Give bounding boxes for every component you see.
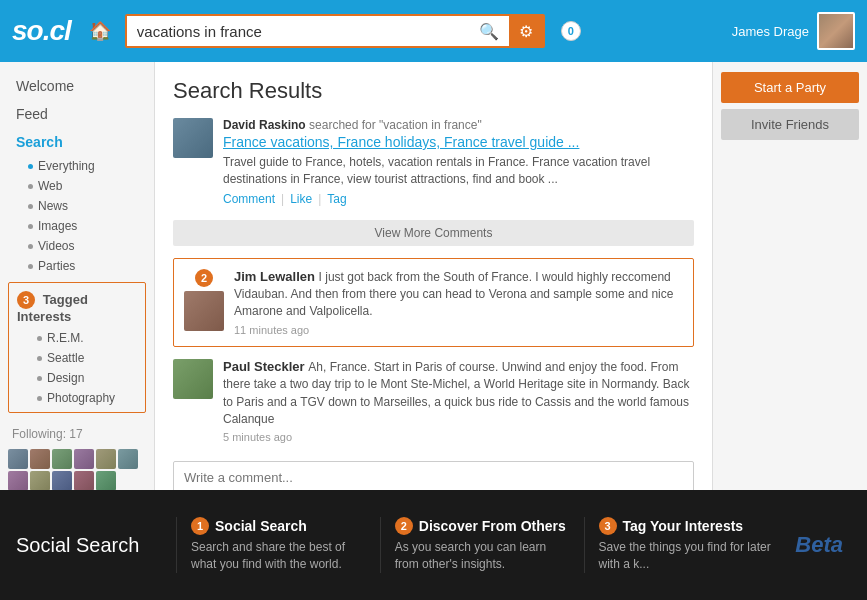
main-layout: Welcome Feed Search Everything Web News …	[0, 62, 867, 490]
sidebar-item-photography[interactable]: Photography	[9, 388, 145, 408]
follower-avatar	[96, 471, 116, 490]
plain-comment-card: Paul Steckler Ah, France. Start in Paris…	[173, 359, 694, 444]
follower-avatar	[52, 471, 72, 490]
bottom-item-2: 2 Discover From Others As you search you…	[380, 517, 584, 573]
result-username: David Raskino	[223, 118, 306, 132]
comment-user-avatar	[184, 291, 224, 331]
search-bar: 🔍 ⚙	[125, 14, 545, 48]
sidebar: Welcome Feed Search Everything Web News …	[0, 62, 155, 490]
dot-icon	[37, 396, 42, 401]
action-separator: |	[281, 192, 284, 206]
search-options-button[interactable]: ⚙	[509, 16, 543, 46]
tagged-interests-title: 3 Tagged Interests	[9, 287, 145, 328]
content-area: Search Results David Raskino searched fo…	[155, 62, 712, 490]
plain-comment-avatar	[173, 359, 213, 399]
follower-avatar	[8, 449, 28, 469]
sidebar-item-web[interactable]: Web	[0, 176, 154, 196]
dot-icon	[28, 184, 33, 189]
dot-icon	[37, 336, 42, 341]
dot-icon	[28, 164, 33, 169]
result-actions: Comment | Like | Tag	[223, 192, 694, 206]
bottom-bar: Social Search 1 Social Search Search and…	[0, 490, 867, 600]
follower-avatar	[8, 471, 28, 490]
search-submit-button[interactable]: 🔍	[469, 22, 509, 41]
bottom-item-2-badge: 2	[395, 517, 413, 535]
home-icon[interactable]: 🏠	[89, 20, 111, 42]
bottom-item-3-text: Save the things you find for later with …	[599, 539, 774, 573]
view-more-button[interactable]: View More Comments	[173, 220, 694, 246]
invite-friends-button[interactable]: Invite Friends	[721, 109, 859, 140]
dot-icon	[28, 264, 33, 269]
bottom-item-3-title: 3 Tag Your Interests	[599, 517, 774, 535]
search-input[interactable]	[127, 16, 469, 46]
follower-avatar	[30, 449, 50, 469]
sidebar-item-images[interactable]: Images	[0, 216, 154, 236]
like-action[interactable]: Like	[290, 192, 312, 206]
sidebar-item-parties[interactable]: Parties	[0, 256, 154, 276]
comment-action[interactable]: Comment	[223, 192, 275, 206]
sidebar-item-rem[interactable]: R.E.M.	[9, 328, 145, 348]
result-description: Travel guide to France, hotels, vacation…	[223, 154, 694, 188]
plain-comment-author: Paul Steckler	[223, 359, 305, 374]
dot-icon	[28, 244, 33, 249]
follower-avatar	[74, 449, 94, 469]
bottom-item-3: 3 Tag Your Interests Save the things you…	[584, 517, 788, 573]
bottom-item-1-text: Search and share the best of what you fi…	[191, 539, 366, 573]
bottom-item-1: 1 Social Search Search and share the bes…	[176, 517, 380, 573]
tag-action[interactable]: Tag	[327, 192, 346, 206]
bottom-item-2-title: 2 Discover From Others	[395, 517, 570, 535]
searched-by-label: David Raskino searched for "vacation in …	[223, 118, 694, 132]
follower-avatar	[30, 471, 50, 490]
start-party-button[interactable]: Start a Party	[721, 72, 859, 103]
bottom-bar-title: Social Search	[16, 533, 176, 557]
highlighted-comment-card: 2 Jim Lewallen I just got back from the …	[173, 258, 694, 347]
logo: so.cl	[12, 15, 71, 47]
page-title: Search Results	[173, 78, 694, 104]
right-sidebar: Start a Party Invite Friends	[712, 62, 867, 490]
avatar[interactable]	[817, 12, 855, 50]
sidebar-item-seattle[interactable]: Seattle	[9, 348, 145, 368]
plain-comment-time: 5 minutes ago	[223, 431, 694, 443]
sidebar-item-videos[interactable]: Videos	[0, 236, 154, 256]
sidebar-search-title: Search	[0, 128, 154, 156]
result-content: David Raskino searched for "vacation in …	[223, 118, 694, 206]
bottom-item-3-badge: 3	[599, 517, 617, 535]
dot-icon	[37, 356, 42, 361]
sidebar-item-design[interactable]: Design	[9, 368, 145, 388]
dot-icon	[28, 204, 33, 209]
following-avatars	[0, 445, 154, 490]
notification-badge[interactable]: 0	[561, 21, 581, 41]
action-separator: |	[318, 192, 321, 206]
follower-avatar	[52, 449, 72, 469]
tagged-number-badge: 3	[17, 291, 35, 309]
sidebar-item-welcome[interactable]: Welcome	[0, 72, 154, 100]
username-label: James Drage	[732, 24, 809, 39]
comment-time: 11 minutes ago	[234, 324, 683, 336]
follower-avatar	[118, 449, 138, 469]
follower-avatar	[74, 471, 94, 490]
user-area: James Drage	[732, 12, 855, 50]
comment-author: Jim Lewallen	[234, 269, 315, 284]
bottom-item-1-badge: 1	[191, 517, 209, 535]
comment-number-badge: 2	[195, 269, 213, 287]
bottom-item-2-text: As you search you can learn from other's…	[395, 539, 570, 573]
sidebar-item-news[interactable]: News	[0, 196, 154, 216]
plain-comment-content: Paul Steckler Ah, France. Start in Paris…	[223, 359, 694, 444]
comment-input[interactable]	[173, 461, 694, 490]
tagged-interests-section: 3 Tagged Interests R.E.M. Seattle Design…	[8, 282, 146, 413]
sidebar-item-feed[interactable]: Feed	[0, 100, 154, 128]
follower-avatar	[96, 449, 116, 469]
sidebar-item-everything[interactable]: Everything	[0, 156, 154, 176]
bottom-bar-items: 1 Social Search Search and share the bes…	[176, 517, 787, 573]
beta-label: Beta	[787, 532, 851, 558]
header: so.cl 🏠 🔍 ⚙ 0 James Drage	[0, 0, 867, 62]
search-result-card: David Raskino searched for "vacation in …	[173, 118, 694, 206]
bottom-item-1-title: 1 Social Search	[191, 517, 366, 535]
result-user-avatar	[173, 118, 213, 158]
dot-icon	[37, 376, 42, 381]
result-link[interactable]: France vacations, France holidays, Franc…	[223, 134, 694, 150]
following-label: Following: 17	[0, 419, 154, 445]
dot-icon	[28, 224, 33, 229]
comment-content: Jim Lewallen I just got back from the So…	[234, 269, 683, 336]
